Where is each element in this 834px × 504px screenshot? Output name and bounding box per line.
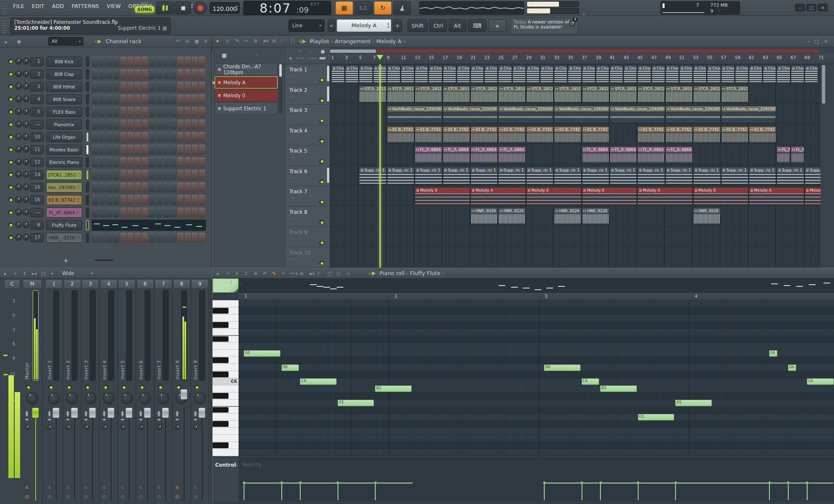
step-cell[interactable] xyxy=(135,82,141,92)
track-header[interactable]: Track 2... xyxy=(285,85,330,105)
step-cell[interactable] xyxy=(120,195,127,205)
playlist-clip[interactable]: ↦STCR..2852 xyxy=(470,86,498,103)
channel-target-indicator[interactable] xyxy=(86,233,89,243)
fader-thumb[interactable] xyxy=(107,408,114,418)
playlist-clip[interactable]: ↦01 B..7742 xyxy=(637,126,665,144)
playlist-clip[interactable]: ↦HNR..9226 xyxy=(693,208,720,225)
step-cell[interactable] xyxy=(113,132,120,142)
piano-key[interactable]: C6 xyxy=(213,378,239,385)
toolbar-grip[interactable] xyxy=(2,2,8,14)
playlist-clip[interactable]: ↦01 B..7742 xyxy=(387,126,414,144)
step-cell[interactable] xyxy=(99,145,105,155)
aux-knob[interactable] xyxy=(193,424,198,430)
step-cell[interactable] xyxy=(135,157,141,167)
mixer-column-header[interactable]: 4 xyxy=(100,279,117,288)
strip-led[interactable] xyxy=(49,385,53,390)
stereo-sep-arrows[interactable]: ▲ ▼ xyxy=(47,410,52,417)
channel-target-indicator[interactable] xyxy=(86,69,89,79)
channel-led[interactable] xyxy=(8,197,13,202)
step-cell[interactable] xyxy=(92,120,98,130)
step-cell[interactable] xyxy=(184,107,191,117)
volume-knob[interactable] xyxy=(23,146,29,153)
playlist-clip[interactable]: ≣Chor..0bpm xyxy=(429,65,442,83)
step-cell[interactable] xyxy=(92,182,98,192)
channel-button[interactable]: Life Organ xyxy=(46,132,82,142)
dock-icon[interactable]: ↥ xyxy=(23,271,26,276)
step-cell[interactable] xyxy=(106,107,112,117)
select-icon[interactable]: ▢ xyxy=(327,271,332,276)
step-cell[interactable] xyxy=(142,57,148,67)
track-header[interactable]: Track 10... xyxy=(285,247,330,268)
piano-note[interactable]: D6 xyxy=(788,364,796,371)
channel-led[interactable] xyxy=(8,172,13,177)
step-cell[interactable] xyxy=(184,57,191,67)
brushplus-icon[interactable]: ✏+ xyxy=(291,271,298,276)
step-cell[interactable] xyxy=(99,170,105,180)
piano-roll-ruler[interactable]: 1234 xyxy=(239,293,834,300)
track-header[interactable]: Track 8... xyxy=(285,207,330,227)
close-button[interactable]: × xyxy=(818,4,828,11)
step-cell[interactable] xyxy=(149,233,155,243)
step-cell[interactable] xyxy=(106,195,112,205)
channel-button[interactable]: Electric Piano xyxy=(46,157,82,167)
step-cell[interactable] xyxy=(99,233,105,243)
pan-knob[interactable] xyxy=(15,70,22,77)
step-cell[interactable] xyxy=(156,57,162,67)
menu-icon[interactable]: ≡ xyxy=(254,271,257,276)
step-cell[interactable] xyxy=(120,94,127,104)
step-cell[interactable] xyxy=(135,57,141,67)
playlist-clip[interactable]: ↦01 B..7742 xyxy=(498,126,525,144)
strip-led[interactable] xyxy=(85,385,90,390)
playlist-hscrollbar[interactable] xyxy=(330,49,821,53)
step-cell[interactable] xyxy=(199,57,205,67)
headphone-icon[interactable]: ∩ xyxy=(139,485,143,490)
channel-number[interactable]: 8 xyxy=(30,221,44,230)
aux-knob[interactable] xyxy=(102,424,107,430)
channel-led[interactable] xyxy=(8,97,13,101)
step-cell[interactable] xyxy=(142,145,148,155)
step-cell[interactable] xyxy=(99,195,105,205)
step-cell[interactable] xyxy=(92,195,98,205)
strip-volume-knob[interactable] xyxy=(139,392,151,404)
step-cell[interactable] xyxy=(192,132,198,142)
step-cell[interactable] xyxy=(113,195,120,205)
playlist-clip[interactable]: ≣Chor..0bpm xyxy=(457,65,470,83)
channel-button[interactable]: Rhodes Basic xyxy=(46,145,82,155)
playlist-clip[interactable]: ≣Chor..0bpm xyxy=(443,65,456,83)
step-cell[interactable] xyxy=(163,170,169,180)
step-cell[interactable] xyxy=(127,170,134,180)
step-cell[interactable] xyxy=(192,233,198,243)
step-cell[interactable] xyxy=(156,170,162,180)
playlist-clip[interactable]: ↦01 B..7742 xyxy=(749,126,776,144)
step-cell[interactable] xyxy=(142,82,148,92)
panel-minimize-icon[interactable]: – xyxy=(807,39,810,44)
black-key[interactable] xyxy=(213,393,229,399)
undo-icon[interactable]: ↶ xyxy=(263,271,267,276)
playlist-clip[interactable]: ≣Chor..0bpm xyxy=(401,65,414,83)
velocity-stem[interactable] xyxy=(544,483,545,500)
step-cell[interactable] xyxy=(127,94,134,104)
fader-thumb[interactable] xyxy=(198,408,205,418)
pan-knob[interactable] xyxy=(15,58,22,65)
playlist-clip[interactable]: ↦STCR..2852 xyxy=(693,86,720,103)
mixer-column-header[interactable]: 1 xyxy=(45,279,62,288)
fader-thumb[interactable] xyxy=(71,408,78,418)
playlist-clip[interactable]: ≣Supp..ric 1 xyxy=(554,167,581,184)
velocity-stem[interactable] xyxy=(769,483,770,500)
track-header[interactable]: Track 7... xyxy=(285,186,330,207)
step-cell[interactable] xyxy=(156,157,162,167)
step-cell[interactable] xyxy=(163,132,169,142)
channel-led[interactable] xyxy=(8,84,13,89)
piano-key[interactable] xyxy=(213,385,239,392)
clock-icon[interactable]: ◴ xyxy=(103,494,107,499)
stereo-sep-arrows[interactable]: ▲ ▼ xyxy=(120,410,125,417)
step-cell[interactable] xyxy=(99,208,105,218)
playlist-clip[interactable]: ≣Supp..ric 1 xyxy=(637,167,665,184)
step-cell[interactable] xyxy=(127,145,134,155)
piano-key[interactable] xyxy=(213,435,239,442)
track-led[interactable] xyxy=(320,179,324,184)
piano-note[interactable]: D6 xyxy=(544,364,581,371)
strip-led[interactable] xyxy=(26,385,31,390)
step-cell[interactable] xyxy=(99,120,105,130)
step-cell[interactable] xyxy=(184,157,191,167)
